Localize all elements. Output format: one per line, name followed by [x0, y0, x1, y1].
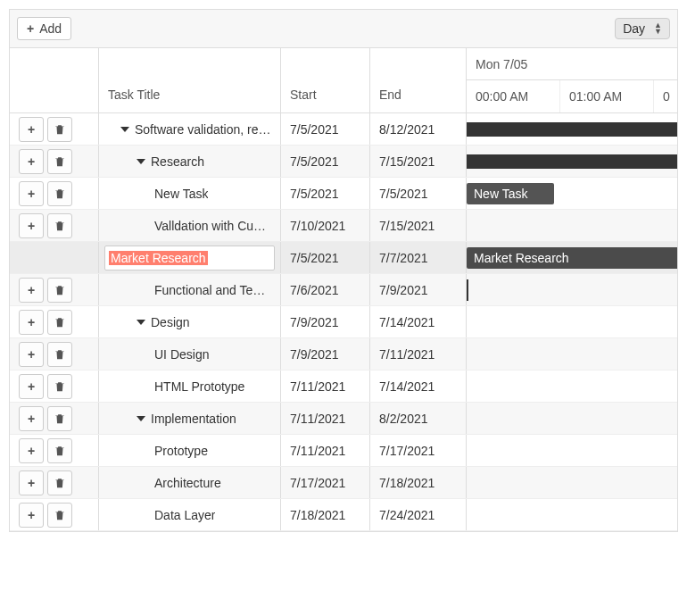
row-end-cell[interactable]: 8/2/2021	[370, 403, 467, 434]
row-add-button[interactable]: +	[19, 374, 44, 399]
row-title-cell[interactable]: Research	[99, 146, 281, 177]
row-delete-button[interactable]	[47, 278, 72, 303]
row-delete-button[interactable]	[47, 503, 72, 528]
chevron-down-icon[interactable]	[137, 159, 145, 164]
row-start-cell[interactable]: 7/18/2021	[281, 499, 370, 530]
row-title-cell[interactable]: Functional and Te…	[99, 274, 281, 305]
row-add-button[interactable]: +	[19, 181, 44, 206]
timeline-cell[interactable]	[467, 146, 677, 177]
plus-icon: +	[28, 445, 35, 457]
row-title-cell[interactable]: UI Design	[99, 338, 281, 370]
add-button[interactable]: + Add	[17, 17, 71, 40]
row-start-cell[interactable]: 7/6/2021	[281, 274, 370, 305]
row-actions	[10, 242, 99, 273]
gantt-task-bar[interactable]	[467, 279, 468, 301]
row-delete-button[interactable]	[47, 213, 72, 238]
header-end[interactable]: End	[370, 48, 467, 112]
timeline-cell[interactable]	[467, 499, 677, 530]
row-start-cell[interactable]: 7/11/2021	[281, 370, 370, 402]
timeline-cell[interactable]	[467, 435, 677, 466]
row-start-cell[interactable]: 7/5/2021	[281, 178, 370, 209]
row-start-cell[interactable]: 7/11/2021	[281, 403, 370, 434]
chevron-down-icon[interactable]	[120, 127, 129, 132]
timeline-cell[interactable]: Market Research	[467, 242, 677, 273]
row-delete-button[interactable]	[47, 470, 72, 495]
row-end-cell[interactable]: 7/18/2021	[370, 467, 467, 498]
row-add-button[interactable]: +	[19, 117, 44, 142]
table-row: +Valldation with Cu…7/10/20217/15/2021	[10, 210, 677, 242]
row-add-button[interactable]: +	[19, 342, 44, 367]
row-end-cell[interactable]: 8/12/2021	[370, 113, 467, 145]
row-start-cell[interactable]: 7/17/2021	[281, 467, 370, 498]
row-end-cell[interactable]: 7/15/2021	[370, 146, 467, 177]
timeline-cell[interactable]	[467, 274, 677, 305]
row-delete-button[interactable]	[47, 181, 72, 206]
row-end-cell[interactable]: 7/7/2021	[370, 242, 467, 273]
title-edit-input[interactable]: Market Research	[104, 246, 275, 271]
row-add-button[interactable]: +	[19, 149, 44, 174]
row-title-text: Data Layer	[154, 508, 215, 522]
row-add-button[interactable]: +	[19, 310, 44, 335]
timeline-cell[interactable]	[467, 306, 677, 337]
row-title-cell[interactable]: HTML Prototype	[99, 370, 281, 402]
timeline-cell[interactable]	[467, 370, 677, 402]
row-actions: +	[10, 467, 99, 498]
chevron-down-icon[interactable]	[137, 416, 145, 421]
row-start-cell[interactable]: 7/9/2021	[281, 338, 370, 370]
gantt-task-bar[interactable]: Market Research	[467, 247, 677, 269]
row-add-button[interactable]: +	[19, 278, 44, 303]
plus-icon: +	[28, 155, 35, 168]
row-start-cell[interactable]: 7/11/2021	[281, 435, 370, 466]
chevron-down-icon[interactable]	[137, 320, 145, 325]
row-title-cell[interactable]: Architecture	[99, 467, 281, 498]
row-delete-button[interactable]	[47, 342, 72, 367]
row-title-cell[interactable]: Implementation	[99, 403, 281, 434]
row-title-cell[interactable]: Design	[99, 306, 281, 337]
timeline-cell[interactable]	[467, 113, 677, 145]
row-end-cell[interactable]: 7/5/2021	[370, 178, 467, 209]
row-start-cell[interactable]: 7/5/2021	[281, 113, 370, 145]
row-start-cell[interactable]: 7/5/2021	[281, 146, 370, 177]
row-end-cell[interactable]: 7/15/2021	[370, 210, 467, 241]
row-end-cell[interactable]: 7/14/2021	[370, 306, 467, 337]
row-delete-button[interactable]	[47, 149, 72, 174]
row-end-cell[interactable]: 7/9/2021	[370, 274, 467, 305]
row-add-button[interactable]: +	[19, 213, 44, 238]
row-title-cell[interactable]: New Task	[99, 178, 281, 209]
timeline-cell[interactable]	[467, 403, 677, 434]
row-end-cell[interactable]: 7/24/2021	[370, 499, 467, 530]
timeline-tick: 00:00 AM	[467, 80, 560, 112]
row-title-cell[interactable]: Prototype	[99, 435, 281, 466]
gantt-summary-bar[interactable]	[467, 122, 677, 137]
gantt-task-bar[interactable]: New Task	[467, 183, 554, 204]
row-delete-button[interactable]	[47, 374, 72, 399]
header-title[interactable]: Task Title	[99, 48, 281, 112]
row-start-cell[interactable]: 7/9/2021	[281, 306, 370, 337]
row-delete-button[interactable]	[47, 117, 72, 142]
timeline-cell[interactable]	[467, 338, 677, 370]
gantt-summary-bar[interactable]	[467, 154, 677, 169]
row-title-cell[interactable]: Data Layer	[99, 499, 281, 530]
row-end-cell[interactable]: 7/17/2021	[370, 435, 467, 466]
row-title-cell[interactable]: Valldation with Cu…	[99, 210, 281, 241]
timeline-cell[interactable]	[467, 210, 677, 241]
row-start-cell[interactable]: 7/5/2021	[281, 242, 370, 273]
row-delete-button[interactable]	[47, 406, 72, 431]
view-select[interactable]: Day ▲▼	[615, 18, 670, 39]
header-start[interactable]: Start	[281, 48, 370, 112]
row-add-button[interactable]: +	[19, 438, 44, 463]
row-delete-button[interactable]	[47, 310, 72, 335]
timeline-cell[interactable]: New Task	[467, 178, 677, 209]
row-end-cell[interactable]: 7/14/2021	[370, 370, 467, 402]
row-title-cell[interactable]: Market Research	[99, 242, 281, 273]
timeline-cell[interactable]	[467, 467, 677, 498]
row-add-button[interactable]: +	[19, 406, 44, 431]
trash-icon	[54, 220, 66, 232]
row-delete-button[interactable]	[47, 438, 72, 463]
trash-icon	[54, 284, 66, 296]
row-add-button[interactable]: +	[19, 470, 44, 495]
row-title-cell[interactable]: Software validation, re…	[99, 113, 281, 145]
row-add-button[interactable]: +	[19, 503, 44, 528]
row-end-cell[interactable]: 7/11/2021	[370, 338, 467, 370]
row-start-cell[interactable]: 7/10/2021	[281, 210, 370, 241]
